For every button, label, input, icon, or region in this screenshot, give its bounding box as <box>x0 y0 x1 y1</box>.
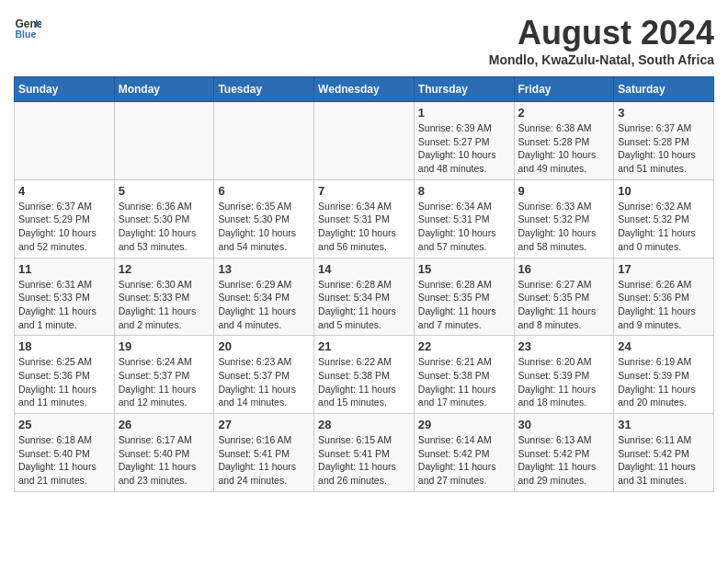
day-info: Sunrise: 6:34 AM Sunset: 5:31 PM Dayligh… <box>418 200 510 254</box>
day-number: 13 <box>218 262 310 276</box>
table-cell: 17Sunrise: 6:26 AM Sunset: 5:36 PM Dayli… <box>614 258 714 336</box>
table-cell: 3Sunrise: 6:37 AM Sunset: 5:28 PM Daylig… <box>614 102 714 180</box>
week-row-3: 11Sunrise: 6:31 AM Sunset: 5:33 PM Dayli… <box>15 258 714 336</box>
day-info: Sunrise: 6:37 AM Sunset: 5:29 PM Dayligh… <box>18 200 110 254</box>
col-monday: Monday <box>114 77 214 102</box>
title-area: August 2024 Mondlo, KwaZulu-Natal, South… <box>489 14 714 67</box>
day-number: 22 <box>418 339 510 353</box>
table-cell: 28Sunrise: 6:15 AM Sunset: 5:41 PM Dayli… <box>314 414 415 492</box>
day-number: 18 <box>18 339 110 353</box>
day-info: Sunrise: 6:39 AM Sunset: 5:27 PM Dayligh… <box>418 121 510 176</box>
day-info: Sunrise: 6:21 AM Sunset: 5:38 PM Dayligh… <box>418 355 510 409</box>
day-number: 7 <box>318 184 410 198</box>
table-cell: 8Sunrise: 6:34 AM Sunset: 5:31 PM Daylig… <box>414 179 514 258</box>
day-info: Sunrise: 6:17 AM Sunset: 5:40 PM Dayligh… <box>119 433 210 488</box>
day-info: Sunrise: 6:33 AM Sunset: 5:32 PM Dayligh… <box>518 200 610 254</box>
day-info: Sunrise: 6:16 AM Sunset: 5:41 PM Dayligh… <box>218 433 310 488</box>
day-info: Sunrise: 6:28 AM Sunset: 5:35 PM Dayligh… <box>418 278 510 332</box>
day-info: Sunrise: 6:15 AM Sunset: 5:41 PM Dayligh… <box>318 433 410 488</box>
table-cell: 21Sunrise: 6:22 AM Sunset: 5:38 PM Dayli… <box>314 336 415 414</box>
day-number: 20 <box>218 339 310 353</box>
day-info: Sunrise: 6:11 AM Sunset: 5:42 PM Dayligh… <box>618 433 710 488</box>
table-cell: 31Sunrise: 6:11 AM Sunset: 5:42 PM Dayli… <box>614 414 714 492</box>
logo: General Blue <box>14 14 41 41</box>
page-header: General Blue August 2024 Mondlo, KwaZulu… <box>14 14 714 67</box>
table-cell: 27Sunrise: 6:16 AM Sunset: 5:41 PM Dayli… <box>214 414 314 492</box>
day-number: 21 <box>318 339 410 353</box>
day-number: 19 <box>119 339 210 353</box>
table-cell: 24Sunrise: 6:19 AM Sunset: 5:39 PM Dayli… <box>614 336 714 414</box>
day-info: Sunrise: 6:22 AM Sunset: 5:38 PM Dayligh… <box>318 355 410 409</box>
table-cell: 18Sunrise: 6:25 AM Sunset: 5:36 PM Dayli… <box>15 336 115 414</box>
table-cell: 12Sunrise: 6:30 AM Sunset: 5:33 PM Dayli… <box>114 258 214 336</box>
day-info: Sunrise: 6:14 AM Sunset: 5:42 PM Dayligh… <box>418 433 510 488</box>
day-number: 9 <box>518 184 610 198</box>
day-number: 3 <box>618 106 710 120</box>
day-number: 26 <box>119 418 210 431</box>
day-number: 4 <box>18 184 110 198</box>
day-number: 25 <box>18 418 110 431</box>
week-row-4: 18Sunrise: 6:25 AM Sunset: 5:36 PM Dayli… <box>15 336 714 414</box>
table-cell: 16Sunrise: 6:27 AM Sunset: 5:35 PM Dayli… <box>514 258 614 336</box>
table-cell: 1Sunrise: 6:39 AM Sunset: 5:27 PM Daylig… <box>414 102 514 180</box>
col-saturday: Saturday <box>614 77 714 102</box>
col-tuesday: Tuesday <box>214 77 314 102</box>
table-cell <box>314 102 415 180</box>
day-info: Sunrise: 6:31 AM Sunset: 5:33 PM Dayligh… <box>18 278 110 332</box>
table-cell: 19Sunrise: 6:24 AM Sunset: 5:37 PM Dayli… <box>114 336 214 414</box>
table-cell: 30Sunrise: 6:13 AM Sunset: 5:42 PM Dayli… <box>514 414 614 492</box>
day-number: 2 <box>518 106 610 120</box>
col-thursday: Thursday <box>414 77 514 102</box>
location: Mondlo, KwaZulu-Natal, South Africa <box>489 52 714 67</box>
day-info: Sunrise: 6:30 AM Sunset: 5:33 PM Dayligh… <box>119 278 210 332</box>
day-number: 15 <box>418 262 510 276</box>
table-cell: 10Sunrise: 6:32 AM Sunset: 5:32 PM Dayli… <box>614 179 714 258</box>
day-number: 30 <box>518 418 610 431</box>
week-row-2: 4Sunrise: 6:37 AM Sunset: 5:29 PM Daylig… <box>15 179 714 258</box>
day-info: Sunrise: 6:19 AM Sunset: 5:39 PM Dayligh… <box>618 355 710 409</box>
day-info: Sunrise: 6:13 AM Sunset: 5:42 PM Dayligh… <box>518 433 610 488</box>
day-info: Sunrise: 6:26 AM Sunset: 5:36 PM Dayligh… <box>618 278 710 332</box>
day-number: 14 <box>318 262 410 276</box>
table-cell <box>15 102 115 180</box>
day-info: Sunrise: 6:37 AM Sunset: 5:28 PM Dayligh… <box>618 121 710 176</box>
table-cell: 13Sunrise: 6:29 AM Sunset: 5:34 PM Dayli… <box>214 258 314 336</box>
logo-icon: General Blue <box>14 14 41 41</box>
day-number: 31 <box>618 418 710 431</box>
day-info: Sunrise: 6:36 AM Sunset: 5:30 PM Dayligh… <box>119 200 210 254</box>
table-cell: 15Sunrise: 6:28 AM Sunset: 5:35 PM Dayli… <box>414 258 514 336</box>
table-cell: 7Sunrise: 6:34 AM Sunset: 5:31 PM Daylig… <box>314 179 415 258</box>
col-sunday: Sunday <box>15 77 115 102</box>
table-cell: 14Sunrise: 6:28 AM Sunset: 5:34 PM Dayli… <box>314 258 415 336</box>
calendar-header-row: Sunday Monday Tuesday Wednesday Thursday… <box>15 77 714 102</box>
day-number: 11 <box>18 262 110 276</box>
table-cell <box>114 102 214 180</box>
day-number: 23 <box>518 339 610 353</box>
day-number: 12 <box>119 262 210 276</box>
svg-text:Blue: Blue <box>16 29 37 40</box>
day-info: Sunrise: 6:32 AM Sunset: 5:32 PM Dayligh… <box>618 200 710 254</box>
day-number: 27 <box>218 418 310 431</box>
day-info: Sunrise: 6:25 AM Sunset: 5:36 PM Dayligh… <box>18 355 110 409</box>
table-cell: 6Sunrise: 6:35 AM Sunset: 5:30 PM Daylig… <box>214 179 314 258</box>
day-info: Sunrise: 6:20 AM Sunset: 5:39 PM Dayligh… <box>518 355 610 409</box>
week-row-5: 25Sunrise: 6:18 AM Sunset: 5:40 PM Dayli… <box>15 414 714 492</box>
day-info: Sunrise: 6:24 AM Sunset: 5:37 PM Dayligh… <box>119 355 210 409</box>
day-number: 8 <box>418 184 510 198</box>
col-wednesday: Wednesday <box>314 77 415 102</box>
table-cell: 22Sunrise: 6:21 AM Sunset: 5:38 PM Dayli… <box>414 336 514 414</box>
day-info: Sunrise: 6:18 AM Sunset: 5:40 PM Dayligh… <box>18 433 110 488</box>
day-number: 28 <box>318 418 410 431</box>
table-cell: 26Sunrise: 6:17 AM Sunset: 5:40 PM Dayli… <box>114 414 214 492</box>
col-friday: Friday <box>514 77 614 102</box>
table-cell: 29Sunrise: 6:14 AM Sunset: 5:42 PM Dayli… <box>414 414 514 492</box>
day-number: 1 <box>418 106 510 120</box>
table-cell: 25Sunrise: 6:18 AM Sunset: 5:40 PM Dayli… <box>15 414 115 492</box>
day-number: 6 <box>218 184 310 198</box>
day-info: Sunrise: 6:28 AM Sunset: 5:34 PM Dayligh… <box>318 278 410 332</box>
table-cell: 20Sunrise: 6:23 AM Sunset: 5:37 PM Dayli… <box>214 336 314 414</box>
table-cell: 23Sunrise: 6:20 AM Sunset: 5:39 PM Dayli… <box>514 336 614 414</box>
day-number: 16 <box>518 262 610 276</box>
day-info: Sunrise: 6:35 AM Sunset: 5:30 PM Dayligh… <box>218 200 310 254</box>
month-title: August 2024 <box>489 14 714 52</box>
